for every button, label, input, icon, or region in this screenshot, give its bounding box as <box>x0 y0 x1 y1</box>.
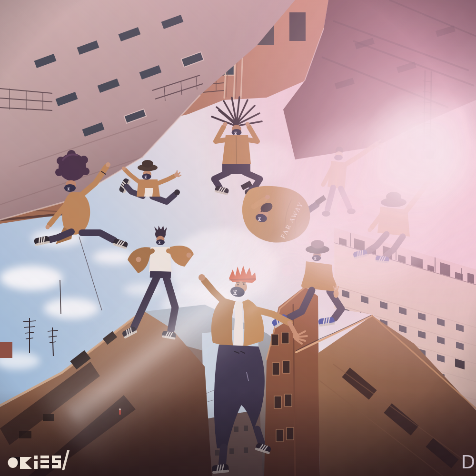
logo-letter-i <box>34 456 38 469</box>
watermark-d: D <box>461 451 475 472</box>
album-cover: FAR AWAY <box>0 0 476 476</box>
logo-letter-o <box>8 457 18 468</box>
scene-canvas: FAR AWAY <box>0 0 476 476</box>
vignette <box>0 0 476 476</box>
logo-letter-e <box>40 456 49 468</box>
logo-letter-s <box>52 456 61 468</box>
